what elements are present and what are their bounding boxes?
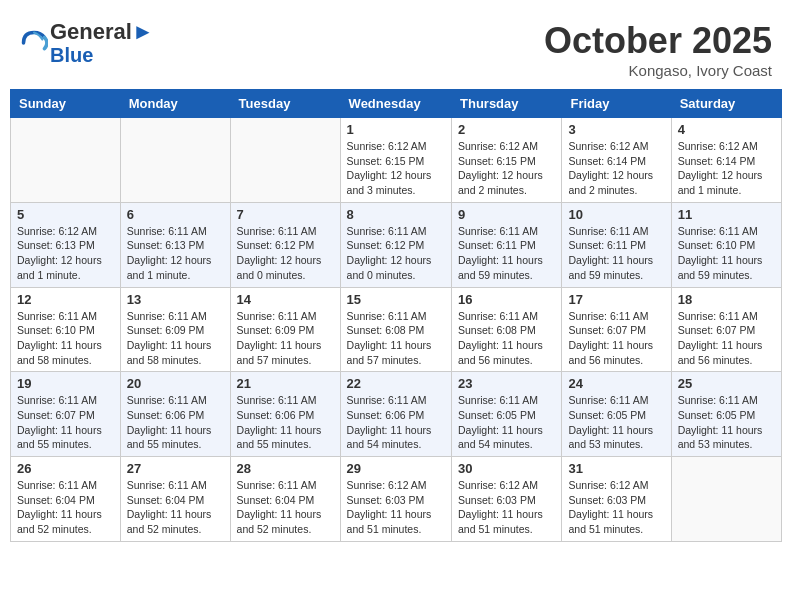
day-number: 22	[347, 376, 445, 391]
day-cell: 12Sunrise: 6:11 AMSunset: 6:10 PMDayligh…	[11, 287, 121, 372]
day-cell: 23Sunrise: 6:11 AMSunset: 6:05 PMDayligh…	[452, 372, 562, 457]
day-info: Sunrise: 6:12 AMSunset: 6:13 PMDaylight:…	[17, 224, 114, 283]
day-cell: 19Sunrise: 6:11 AMSunset: 6:07 PMDayligh…	[11, 372, 121, 457]
day-info: Sunrise: 6:11 AMSunset: 6:12 PMDaylight:…	[237, 224, 334, 283]
day-cell: 15Sunrise: 6:11 AMSunset: 6:08 PMDayligh…	[340, 287, 451, 372]
day-number: 21	[237, 376, 334, 391]
day-number: 30	[458, 461, 555, 476]
day-number: 29	[347, 461, 445, 476]
day-cell: 4Sunrise: 6:12 AMSunset: 6:14 PMDaylight…	[671, 118, 781, 203]
day-number: 19	[17, 376, 114, 391]
day-number: 17	[568, 292, 664, 307]
day-number: 12	[17, 292, 114, 307]
day-info: Sunrise: 6:11 AMSunset: 6:04 PMDaylight:…	[17, 478, 114, 537]
day-cell: 21Sunrise: 6:11 AMSunset: 6:06 PMDayligh…	[230, 372, 340, 457]
day-number: 5	[17, 207, 114, 222]
day-cell	[230, 118, 340, 203]
weekday-header-monday: Monday	[120, 90, 230, 118]
day-cell: 31Sunrise: 6:12 AMSunset: 6:03 PMDayligh…	[562, 457, 671, 542]
weekday-header-tuesday: Tuesday	[230, 90, 340, 118]
day-number: 26	[17, 461, 114, 476]
day-cell: 1Sunrise: 6:12 AMSunset: 6:15 PMDaylight…	[340, 118, 451, 203]
day-number: 10	[568, 207, 664, 222]
day-cell: 9Sunrise: 6:11 AMSunset: 6:11 PMDaylight…	[452, 202, 562, 287]
day-cell: 18Sunrise: 6:11 AMSunset: 6:07 PMDayligh…	[671, 287, 781, 372]
calendar-table: SundayMondayTuesdayWednesdayThursdayFrid…	[10, 89, 782, 542]
day-cell: 25Sunrise: 6:11 AMSunset: 6:05 PMDayligh…	[671, 372, 781, 457]
week-row-4: 19Sunrise: 6:11 AMSunset: 6:07 PMDayligh…	[11, 372, 782, 457]
day-number: 11	[678, 207, 775, 222]
day-number: 23	[458, 376, 555, 391]
day-cell	[671, 457, 781, 542]
weekday-header-thursday: Thursday	[452, 90, 562, 118]
day-info: Sunrise: 6:11 AMSunset: 6:05 PMDaylight:…	[678, 393, 775, 452]
day-cell: 20Sunrise: 6:11 AMSunset: 6:06 PMDayligh…	[120, 372, 230, 457]
day-info: Sunrise: 6:11 AMSunset: 6:10 PMDaylight:…	[17, 309, 114, 368]
month-title: October 2025	[544, 20, 772, 62]
day-cell: 26Sunrise: 6:11 AMSunset: 6:04 PMDayligh…	[11, 457, 121, 542]
day-info: Sunrise: 6:11 AMSunset: 6:07 PMDaylight:…	[568, 309, 664, 368]
day-cell: 2Sunrise: 6:12 AMSunset: 6:15 PMDaylight…	[452, 118, 562, 203]
day-number: 27	[127, 461, 224, 476]
day-info: Sunrise: 6:11 AMSunset: 6:06 PMDaylight:…	[237, 393, 334, 452]
week-row-2: 5Sunrise: 6:12 AMSunset: 6:13 PMDaylight…	[11, 202, 782, 287]
day-number: 16	[458, 292, 555, 307]
day-info: Sunrise: 6:12 AMSunset: 6:03 PMDaylight:…	[568, 478, 664, 537]
day-number: 9	[458, 207, 555, 222]
logo-icon	[20, 29, 48, 57]
day-number: 31	[568, 461, 664, 476]
day-info: Sunrise: 6:12 AMSunset: 6:03 PMDaylight:…	[458, 478, 555, 537]
weekday-header-saturday: Saturday	[671, 90, 781, 118]
day-info: Sunrise: 6:11 AMSunset: 6:06 PMDaylight:…	[347, 393, 445, 452]
day-info: Sunrise: 6:11 AMSunset: 6:08 PMDaylight:…	[347, 309, 445, 368]
day-info: Sunrise: 6:11 AMSunset: 6:07 PMDaylight:…	[678, 309, 775, 368]
day-info: Sunrise: 6:11 AMSunset: 6:11 PMDaylight:…	[568, 224, 664, 283]
day-info: Sunrise: 6:12 AMSunset: 6:15 PMDaylight:…	[347, 139, 445, 198]
day-number: 3	[568, 122, 664, 137]
day-info: Sunrise: 6:11 AMSunset: 6:11 PMDaylight:…	[458, 224, 555, 283]
week-row-5: 26Sunrise: 6:11 AMSunset: 6:04 PMDayligh…	[11, 457, 782, 542]
day-number: 13	[127, 292, 224, 307]
weekday-header-sunday: Sunday	[11, 90, 121, 118]
day-info: Sunrise: 6:12 AMSunset: 6:14 PMDaylight:…	[568, 139, 664, 198]
day-number: 14	[237, 292, 334, 307]
day-cell	[11, 118, 121, 203]
logo-text: General► Blue	[50, 20, 154, 66]
day-cell: 14Sunrise: 6:11 AMSunset: 6:09 PMDayligh…	[230, 287, 340, 372]
day-cell: 3Sunrise: 6:12 AMSunset: 6:14 PMDaylight…	[562, 118, 671, 203]
day-number: 24	[568, 376, 664, 391]
location: Kongaso, Ivory Coast	[544, 62, 772, 79]
day-number: 1	[347, 122, 445, 137]
day-info: Sunrise: 6:11 AMSunset: 6:05 PMDaylight:…	[458, 393, 555, 452]
day-info: Sunrise: 6:11 AMSunset: 6:06 PMDaylight:…	[127, 393, 224, 452]
day-cell: 27Sunrise: 6:11 AMSunset: 6:04 PMDayligh…	[120, 457, 230, 542]
day-cell: 11Sunrise: 6:11 AMSunset: 6:10 PMDayligh…	[671, 202, 781, 287]
day-number: 6	[127, 207, 224, 222]
day-cell: 8Sunrise: 6:11 AMSunset: 6:12 PMDaylight…	[340, 202, 451, 287]
day-number: 25	[678, 376, 775, 391]
day-cell: 29Sunrise: 6:12 AMSunset: 6:03 PMDayligh…	[340, 457, 451, 542]
day-cell: 30Sunrise: 6:12 AMSunset: 6:03 PMDayligh…	[452, 457, 562, 542]
day-cell: 7Sunrise: 6:11 AMSunset: 6:12 PMDaylight…	[230, 202, 340, 287]
day-cell: 6Sunrise: 6:11 AMSunset: 6:13 PMDaylight…	[120, 202, 230, 287]
day-number: 4	[678, 122, 775, 137]
day-number: 20	[127, 376, 224, 391]
logo: General► Blue	[20, 20, 154, 66]
day-cell: 16Sunrise: 6:11 AMSunset: 6:08 PMDayligh…	[452, 287, 562, 372]
day-info: Sunrise: 6:11 AMSunset: 6:04 PMDaylight:…	[237, 478, 334, 537]
day-number: 18	[678, 292, 775, 307]
day-number: 8	[347, 207, 445, 222]
day-info: Sunrise: 6:11 AMSunset: 6:09 PMDaylight:…	[237, 309, 334, 368]
day-cell	[120, 118, 230, 203]
weekday-header-wednesday: Wednesday	[340, 90, 451, 118]
day-info: Sunrise: 6:11 AMSunset: 6:13 PMDaylight:…	[127, 224, 224, 283]
day-cell: 24Sunrise: 6:11 AMSunset: 6:05 PMDayligh…	[562, 372, 671, 457]
day-info: Sunrise: 6:12 AMSunset: 6:14 PMDaylight:…	[678, 139, 775, 198]
day-cell: 5Sunrise: 6:12 AMSunset: 6:13 PMDaylight…	[11, 202, 121, 287]
day-cell: 17Sunrise: 6:11 AMSunset: 6:07 PMDayligh…	[562, 287, 671, 372]
day-info: Sunrise: 6:12 AMSunset: 6:15 PMDaylight:…	[458, 139, 555, 198]
day-cell: 22Sunrise: 6:11 AMSunset: 6:06 PMDayligh…	[340, 372, 451, 457]
day-number: 7	[237, 207, 334, 222]
day-number: 15	[347, 292, 445, 307]
day-info: Sunrise: 6:11 AMSunset: 6:10 PMDaylight:…	[678, 224, 775, 283]
